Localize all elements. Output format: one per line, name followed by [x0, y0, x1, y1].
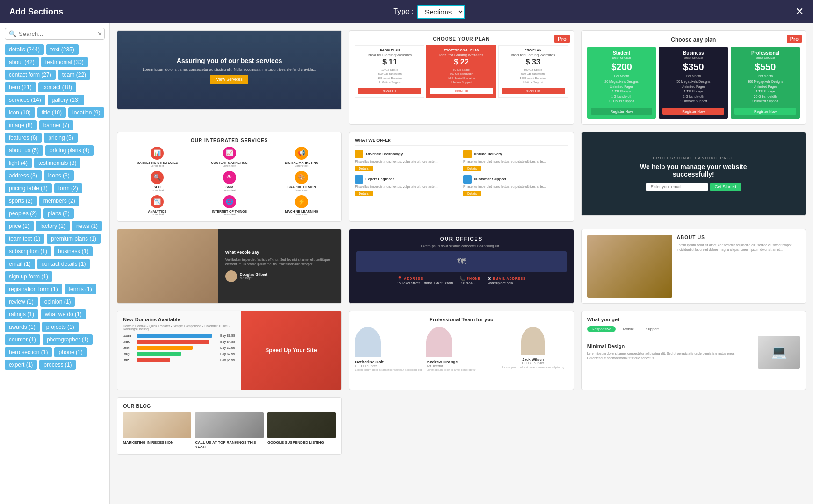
plan-business-name: Business [662, 50, 724, 56]
sidebar-tag-projects[interactable]: projects (1) [42, 322, 79, 332]
sidebar-tag-counter[interactable]: counter (1) [5, 334, 40, 345]
plan-student-btn[interactable]: Register Now [591, 108, 653, 115]
sidebar-tag-contact-details[interactable]: contact details (1) [37, 259, 90, 269]
plan-pro-btn[interactable]: SIGN UP [430, 88, 493, 94]
sidebar-tag-banner[interactable]: banner (7) [39, 120, 73, 130]
section-card-what-we-offer[interactable]: WHAT WE OFFER Advance Technology Phasell… [349, 132, 574, 222]
section-card-about[interactable]: ABOUT US Lorem ipsum dolor sit amet, con… [581, 229, 806, 304]
sidebar-tag-image[interactable]: image (8) [5, 120, 37, 130]
sidebar-tag-details[interactable]: details (244) [5, 44, 44, 55]
sidebar-tag-expert[interactable]: expert (1) [5, 360, 37, 370]
sidebar-tag-team[interactable]: team (22) [58, 70, 90, 80]
sidebar-tag-sign-up-form[interactable]: sign up form (1) [5, 271, 52, 282]
section-card-pricing2[interactable]: Pro Choose any plan Student best choice … [581, 30, 806, 125]
sidebar-tag-hero-section[interactable]: hero section (1) [5, 347, 52, 357]
offer-engineer-btn[interactable]: Details [355, 191, 372, 196]
sidebar-tag-testimonials[interactable]: testimonials (3) [34, 158, 80, 168]
sidebar-tag-icons[interactable]: icons (3) [44, 170, 74, 181]
section-card-pricing1[interactable]: Pro CHOOSE YOUR PLAN BASIC PLAN Ideal fo… [349, 30, 574, 125]
sidebar-tag-location[interactable]: location (9) [68, 107, 104, 118]
plan-pro2-sub: best choice [734, 56, 796, 60]
sidebar-tag-about[interactable]: about (42) [5, 57, 39, 67]
plan-basic-btn[interactable]: SIGN UP [358, 88, 421, 94]
sidebar-tag-phone[interactable]: phone (1) [54, 347, 86, 357]
sidebar-tag-price[interactable]: price (2) [5, 221, 34, 231]
blog-post-1: MARKETING IN RECESSION [123, 412, 191, 449]
sidebar-tag-title[interactable]: title (10) [37, 107, 66, 118]
sidebar-tag-business[interactable]: business (1) [54, 246, 93, 256]
sidebar-tag-address[interactable]: address (3) [5, 170, 42, 181]
sidebar-tag-features[interactable]: features (6) [5, 133, 42, 143]
type-dropdown[interactable]: Sections Layouts Blocks [417, 5, 465, 19]
landing-submit-btn[interactable]: Get Started [710, 183, 741, 191]
sidebar-tag-testimonial[interactable]: testimonial (30) [41, 57, 88, 67]
sidebar-tag-opinion[interactable]: opinion (1) [40, 297, 75, 307]
factory-hero-button[interactable]: View Services [210, 75, 248, 84]
laptop-icon: 💻 [771, 344, 787, 360]
feature-main-title: Minimal Design [587, 343, 753, 349]
sidebar-tag-light[interactable]: light (4) [5, 158, 32, 168]
close-button[interactable]: ✕ [795, 6, 804, 18]
sidebar-tag-text[interactable]: text (235) [46, 44, 79, 55]
plan-proplus-btn[interactable]: SIGN UP [502, 88, 565, 94]
offer-delivery-title: Ontime Delivery [474, 152, 502, 156]
sidebar-tag-gallery[interactable]: gallery (13) [48, 95, 84, 105]
tab-mobile[interactable]: Mobile [618, 326, 639, 332]
blog-title: OUR BLOG [123, 403, 336, 409]
section-card-offices[interactable]: OUR OFFICES Lorem ipsum dolor sit amet c… [349, 229, 574, 304]
sidebar-tag-registration-form[interactable]: registration form (1) [5, 284, 62, 294]
offer-delivery-text: Phasellus imperdiet nunc lectus, vulputa… [463, 160, 568, 163]
sidebar-tag-icon[interactable]: icon (10) [5, 107, 35, 118]
sidebar-tag-team-text[interactable]: team text (1) [5, 234, 44, 244]
plan-student-period: Per Month [591, 74, 653, 78]
domain-name: .com [123, 334, 135, 338]
section-card-team[interactable]: Professional Team for you Catherine Soft… [349, 311, 574, 390]
section-card-blog[interactable]: OUR BLOG MARKETING IN RECESSION CALL US … [117, 397, 342, 455]
sidebar-tag-services[interactable]: services (14) [5, 95, 45, 105]
section-card-testimonial[interactable]: What People Say Vestibulum imperdiet fac… [117, 229, 342, 304]
sidebar-tag-about-us[interactable]: about us (5) [5, 145, 43, 156]
section-card-landing[interactable]: PROFESSIONAL LANDING PAGE We help you ma… [581, 132, 806, 216]
section-card-factory[interactable]: Assuring you of our best services Lorem … [117, 30, 342, 110]
landing-email-input[interactable] [646, 183, 708, 191]
plan-business-btn[interactable]: Register Now [662, 108, 724, 115]
section-card-features[interactable]: What you get Responsive Mobile Support M… [581, 311, 806, 390]
sidebar-tag-form[interactable]: form (2) [54, 183, 82, 193]
offer-item: Expert Engineer Phasellus imperdiet nunc… [355, 175, 460, 197]
sidebar-tag-hero[interactable]: hero (21) [5, 82, 36, 92]
address-label: ADDRESS [404, 277, 423, 280]
plan-pro2-btn[interactable]: Register Now [734, 108, 796, 115]
section-card-hosting[interactable]: New Domains Available Domain Control • Q… [117, 311, 342, 390]
sidebar-tag-subscription[interactable]: subscription (1) [5, 246, 51, 256]
sidebar-tag-pricing-table[interactable]: pricing table (3) [5, 183, 52, 193]
sidebar-tag-tennis[interactable]: tennis (1) [65, 284, 96, 294]
sidebar-tag-email[interactable]: email (1) [5, 259, 35, 269]
plan-basic-features: 10 GB Space500 GB Bandwidth10 Hosted Dom… [358, 68, 421, 85]
sidebar-tag-factory[interactable]: factory (2) [36, 221, 70, 231]
search-clear-button[interactable]: ✕ [97, 30, 102, 37]
sidebar-tag-peoples[interactable]: peoples (2) [5, 208, 41, 219]
tab-support[interactable]: Support [641, 326, 663, 332]
tab-responsive[interactable]: Responsive [587, 326, 616, 332]
sidebar-tag-pricing-plans[interactable]: pricing plans (4) [45, 145, 94, 156]
sidebar-tag-pricing[interactable]: pricing (5) [44, 133, 77, 143]
sidebar-tag-news[interactable]: news (1) [72, 221, 102, 231]
sidebar-tag-photographer[interactable]: photographer (1) [43, 334, 93, 345]
sidebar-tag-what-we-do[interactable]: what we do (1) [41, 309, 86, 319]
sidebar-tag-plans[interactable]: plans (2) [43, 208, 74, 219]
search-input[interactable] [19, 30, 97, 37]
team-title: Professional Team for you [355, 317, 568, 322]
offer-support-btn[interactable]: Details [463, 191, 481, 196]
sidebar-tag-contact-form[interactable]: contact form (27) [5, 70, 56, 80]
sidebar-tag-awards[interactable]: awards (1) [5, 322, 40, 332]
sidebar-tag-premium-plans[interactable]: premium plans (1) [47, 234, 101, 244]
sidebar-tag-contact[interactable]: contact (18) [38, 82, 76, 92]
sidebar-tag-ratings[interactable]: ratings (1) [5, 309, 38, 319]
offer-tech-btn[interactable]: Details [355, 166, 372, 171]
sidebar-tag-process[interactable]: process (1) [39, 360, 76, 370]
sidebar-tag-sports[interactable]: sports (2) [5, 196, 37, 206]
sidebar-tag-members[interactable]: members (2) [39, 196, 79, 206]
section-card-services[interactable]: OUR INTEGRATED SERVICES 📊MARKETING STRAT… [117, 132, 342, 222]
sidebar-tag-review[interactable]: review (1) [5, 297, 38, 307]
offer-delivery-btn[interactable]: Details [463, 166, 481, 171]
